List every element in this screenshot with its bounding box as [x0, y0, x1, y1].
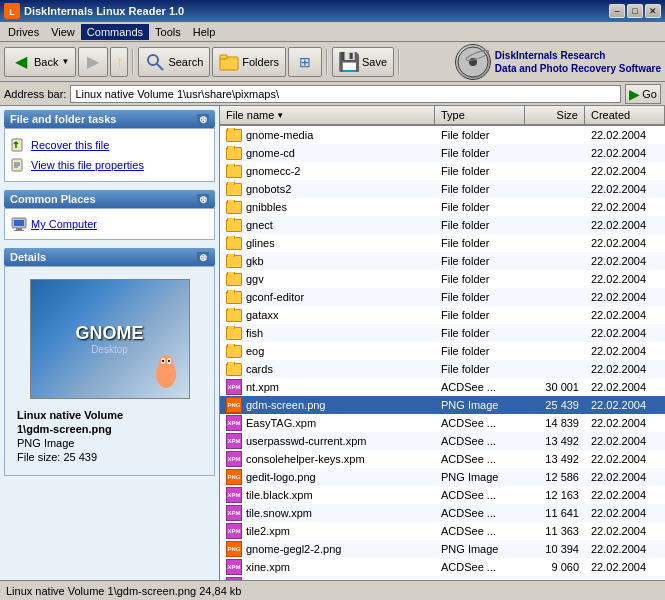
- menu-item-help[interactable]: Help: [187, 24, 222, 40]
- up-button[interactable]: ↑: [110, 47, 128, 77]
- table-row[interactable]: gnobots2File folder22.02.2004: [220, 180, 665, 198]
- file-name-text: ggv: [246, 273, 264, 285]
- my-computer-label: My Computer: [31, 218, 97, 230]
- table-row[interactable]: cardsFile folder22.02.2004: [220, 360, 665, 378]
- folder-icon: [226, 147, 242, 160]
- file-name-text: gdm-screen.png: [246, 399, 326, 411]
- file-name-text: gnomecc-2: [246, 165, 300, 177]
- table-row[interactable]: gnomecc-2File folder22.02.2004: [220, 162, 665, 180]
- file-size-cell: [525, 224, 585, 226]
- back-button[interactable]: ◀ Back ▼: [4, 47, 76, 77]
- col-header-type[interactable]: Type: [435, 106, 525, 124]
- recover-icon: [11, 137, 27, 153]
- table-row[interactable]: XPMEasyTAG.xpmACDSee ...14 83922.02.2004: [220, 414, 665, 432]
- go-button[interactable]: ▶ Go: [625, 84, 661, 104]
- file-name-cell: XPMxine.xpm: [220, 558, 435, 576]
- menu-item-drives[interactable]: Drives: [2, 24, 45, 40]
- address-bar: Address bar: ▶ Go: [0, 82, 665, 106]
- xpm-icon: XPM: [226, 433, 242, 449]
- menu-item-tools[interactable]: Tools: [149, 24, 187, 40]
- png-icon: PNG: [226, 541, 242, 557]
- table-row[interactable]: XPMconsolehelper-keys.xpmACDSee ...13 49…: [220, 450, 665, 468]
- table-row[interactable]: XPMFishS.dir.xpmACDSee ...8 98122.02.200…: [220, 576, 665, 580]
- menu-item-commands[interactable]: Commands: [81, 24, 149, 40]
- details-size: File size: 25 439: [17, 451, 202, 463]
- folders-button[interactable]: Folders: [212, 47, 286, 77]
- file-type-cell: PNG Image: [435, 470, 525, 484]
- table-row[interactable]: XPMxine.xpmACDSee ...9 06022.02.2004: [220, 558, 665, 576]
- file-tasks-section: File and folder tasks ⊗ Recover this fil…: [4, 110, 215, 182]
- common-places-header[interactable]: Common Places ⊗: [4, 190, 215, 208]
- table-row[interactable]: gnectFile folder22.02.2004: [220, 216, 665, 234]
- details-collapse-icon[interactable]: ⊗: [197, 252, 209, 263]
- file-created-cell: 22.02.2004: [585, 308, 665, 322]
- address-input[interactable]: [70, 85, 621, 103]
- folder-icon: [226, 183, 242, 196]
- file-size-cell: [525, 350, 585, 352]
- file-type-cell: File folder: [435, 308, 525, 322]
- table-row[interactable]: XPMtile.snow.xpmACDSee ...11 64122.02.20…: [220, 504, 665, 522]
- col-header-created[interactable]: Created: [585, 106, 665, 124]
- folder-icon: [226, 345, 242, 358]
- maximize-button[interactable]: □: [627, 4, 643, 18]
- table-row[interactable]: ggvFile folder22.02.2004: [220, 270, 665, 288]
- file-size-cell: 14 839: [525, 416, 585, 430]
- table-row[interactable]: XPMtile2.xpmACDSee ...11 36322.02.2004: [220, 522, 665, 540]
- table-row[interactable]: eogFile folder22.02.2004: [220, 342, 665, 360]
- file-list[interactable]: gnome-mediaFile folder22.02.2004gnome-cd…: [220, 126, 665, 580]
- table-row[interactable]: fishFile folder22.02.2004: [220, 324, 665, 342]
- col-header-size[interactable]: Size: [525, 106, 585, 124]
- places-collapse-icon[interactable]: ⊗: [197, 194, 209, 205]
- table-row[interactable]: PNGgnome-gegl2-2.pngPNG Image10 39422.02…: [220, 540, 665, 558]
- file-size-cell: 13 492: [525, 434, 585, 448]
- file-tasks-title: File and folder tasks: [10, 113, 116, 125]
- file-tasks-header[interactable]: File and folder tasks ⊗: [4, 110, 215, 128]
- file-created-cell: 22.02.2004: [585, 416, 665, 430]
- file-name-text: gataxx: [246, 309, 278, 321]
- file-name-text: gkb: [246, 255, 264, 267]
- search-button[interactable]: Search: [138, 47, 210, 77]
- view-button[interactable]: ⊞: [288, 47, 322, 77]
- table-row[interactable]: gkbFile folder22.02.2004: [220, 252, 665, 270]
- table-row[interactable]: gnibblesFile folder22.02.2004: [220, 198, 665, 216]
- preview-gnome-text: GNOME: [75, 323, 143, 344]
- file-type-cell: File folder: [435, 164, 525, 178]
- table-row[interactable]: gnome-mediaFile folder22.02.2004: [220, 126, 665, 144]
- forward-button[interactable]: ▶: [78, 47, 108, 77]
- tasks-collapse-icon[interactable]: ⊗: [197, 114, 209, 125]
- file-type-cell: ACDSee ...: [435, 452, 525, 466]
- recover-link[interactable]: Recover this file: [11, 135, 208, 155]
- properties-link[interactable]: View this file properties: [11, 155, 208, 175]
- file-name-cell: gnome-media: [220, 128, 435, 143]
- status-bar: Linux native Volume 1\gdm-screen.png 24,…: [0, 580, 665, 600]
- svg-text:L: L: [9, 7, 15, 17]
- table-row[interactable]: gconf-editorFile folder22.02.2004: [220, 288, 665, 306]
- svg-point-24: [167, 360, 169, 362]
- table-row[interactable]: glinesFile folder22.02.2004: [220, 234, 665, 252]
- table-row[interactable]: XPMnt.xpmACDSee ...30 00122.02.2004: [220, 378, 665, 396]
- file-name-text: consolehelper-keys.xpm: [246, 453, 365, 465]
- computer-icon: [11, 217, 27, 231]
- file-name-text: gnome-cd: [246, 147, 295, 159]
- table-row[interactable]: gnome-cdFile folder22.02.2004: [220, 144, 665, 162]
- file-name-text: tile.snow.xpm: [246, 507, 312, 519]
- table-row[interactable]: XPMuserpasswd-current.xpmACDSee ...13 49…: [220, 432, 665, 450]
- common-places-title: Common Places: [10, 193, 96, 205]
- table-row[interactable]: PNGgdm-screen.pngPNG Image25 43922.02.20…: [220, 396, 665, 414]
- table-row[interactable]: gataxxFile folder22.02.2004: [220, 306, 665, 324]
- details-content: GNOME Desktop Linux: [4, 266, 215, 476]
- xpm-icon: XPM: [226, 505, 242, 521]
- table-row[interactable]: XPMtile.black.xpmACDSee ...12 16322.02.2…: [220, 486, 665, 504]
- my-computer-link[interactable]: My Computer: [11, 215, 208, 233]
- save-button[interactable]: 💾 Save: [332, 47, 394, 77]
- details-header[interactable]: Details ⊗: [4, 248, 215, 266]
- col-header-name[interactable]: File name ▼: [220, 106, 435, 124]
- minimize-button[interactable]: –: [609, 4, 625, 18]
- close-button[interactable]: ✕: [645, 4, 661, 18]
- file-name-text: userpasswd-current.xpm: [246, 435, 366, 447]
- table-row[interactable]: PNGgedit-logo.pngPNG Image12 58622.02.20…: [220, 468, 665, 486]
- file-size-cell: 8 981: [525, 578, 585, 580]
- file-created-cell: 22.02.2004: [585, 290, 665, 304]
- menu-item-view[interactable]: View: [45, 24, 81, 40]
- png-icon: PNG: [226, 469, 242, 485]
